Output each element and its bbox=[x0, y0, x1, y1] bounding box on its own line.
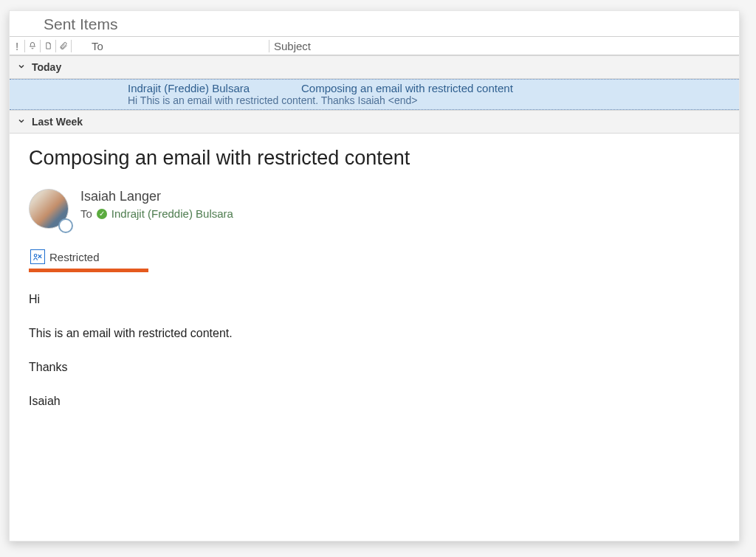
group-header-today[interactable]: Today bbox=[10, 55, 739, 79]
email-body: Hi This is an email with restricted cont… bbox=[29, 293, 720, 408]
svg-point-0 bbox=[34, 255, 37, 257]
body-line: Thanks bbox=[29, 361, 720, 374]
to-label: To bbox=[80, 207, 92, 220]
body-line: Hi bbox=[29, 293, 720, 306]
to-line: To ✓ Indrajit (Freddie) Bulsara bbox=[80, 207, 233, 220]
avatar-wrap[interactable] bbox=[29, 189, 70, 230]
from-block: Isaiah Langer To ✓ Indrajit (Freddie) Bu… bbox=[29, 189, 720, 230]
message-row-selected[interactable]: Indrajit (Freddie) Bulsara Composing an … bbox=[10, 79, 739, 110]
body-line: This is an email with restricted content… bbox=[29, 327, 720, 340]
message-to: Indrajit (Freddie) Bulsara bbox=[128, 82, 301, 94]
from-name: Isaiah Langer bbox=[80, 189, 233, 204]
reading-subject: Composing an email with restricted conte… bbox=[29, 147, 720, 170]
col-to[interactable]: To bbox=[87, 40, 269, 52]
group-today-label: Today bbox=[32, 61, 61, 73]
folder-title: Sent Items bbox=[10, 11, 739, 36]
col-attachment[interactable] bbox=[56, 40, 72, 52]
col-reminder[interactable] bbox=[25, 40, 41, 52]
paperclip-icon bbox=[59, 40, 68, 52]
chevron-down-icon bbox=[17, 61, 29, 73]
col-to-label: To bbox=[92, 40, 103, 52]
reading-pane: Composing an email with restricted conte… bbox=[10, 147, 739, 436]
restricted-icon bbox=[30, 249, 45, 264]
column-header-row: ! To Subject bbox=[10, 36, 739, 55]
bell-icon bbox=[28, 40, 37, 52]
presence-check-icon: ✓ bbox=[97, 209, 107, 219]
presence-indicator bbox=[58, 218, 73, 233]
message-subject: Composing an email with restricted conte… bbox=[301, 82, 513, 94]
recipient-name[interactable]: Indrajit (Freddie) Bulsara bbox=[111, 207, 233, 220]
annotation-underline bbox=[29, 269, 148, 272]
body-line: Isaiah bbox=[29, 395, 720, 408]
col-item-type[interactable] bbox=[41, 40, 56, 52]
chevron-down-icon bbox=[17, 116, 29, 128]
col-subject[interactable]: Subject bbox=[269, 40, 739, 52]
group-header-lastweek[interactable]: Last Week bbox=[10, 110, 739, 134]
importance-icon: ! bbox=[16, 40, 18, 52]
permission-tag[interactable]: Restricted bbox=[30, 249, 100, 264]
col-importance[interactable]: ! bbox=[10, 40, 25, 52]
page-icon bbox=[44, 40, 52, 52]
group-lastweek-label: Last Week bbox=[32, 116, 83, 128]
permission-label: Restricted bbox=[49, 251, 100, 263]
outlook-window: Sent Items ! To Subject bbox=[9, 10, 740, 542]
col-subject-label: Subject bbox=[274, 40, 311, 52]
message-preview: Hi This is an email with restricted cont… bbox=[128, 94, 732, 106]
